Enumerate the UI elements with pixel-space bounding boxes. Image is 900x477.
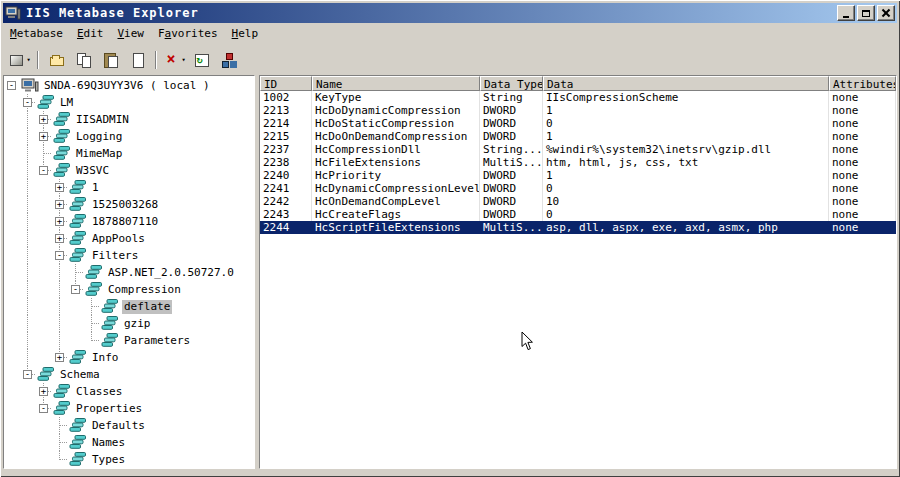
computer-icon [21,78,39,93]
tree-expand-toggle[interactable]: - [39,166,48,175]
delete-button[interactable]: ▾ [161,49,188,71]
cell-attributes: none [829,195,896,208]
copy-button[interactable] [70,49,97,71]
menu-view[interactable]: View [110,25,151,42]
menu-favorites[interactable]: Favorites [151,25,225,42]
tree-item-snda-69q3uyy3v6-local[interactable]: -SNDA-69Q3UYY3V6 ( local ) [4,77,254,94]
network-icon [221,52,237,68]
cell-name: HcCreateFlags [312,208,480,221]
tree-item-names[interactable]: Names [4,434,254,451]
minimize-button[interactable] [837,5,855,21]
tree-item-properties[interactable]: -Properties [4,400,254,417]
app-window: IIS Metabase Explorer MetabaseEditViewFa… [0,0,900,477]
connections-button[interactable] [215,49,242,71]
table-row-1002[interactable]: 1002KeyTypeStringIIsCompressionSchemenon… [260,91,896,104]
tree-item-compression[interactable]: -Compression [4,281,254,298]
cell-data: 0 [543,182,829,195]
metabase-icon [69,180,87,195]
column-header-name[interactable]: Name [312,76,480,91]
tree-item-asp-net-2-0-50727-0[interactable]: ASP.NET_2.0.50727.0 [4,264,254,281]
table-row-2237[interactable]: 2237HcCompressionDllString...%windir%\sy… [260,143,896,156]
metabase-icon [69,248,87,263]
tree-item-1[interactable]: +1 [4,179,254,196]
page-icon [130,52,146,68]
tree-item-defaults[interactable]: Defaults [4,417,254,434]
tree-indent-guide [4,349,20,366]
tree-expand-toggle[interactable]: + [55,353,64,362]
menu-edit[interactable]: Edit [70,25,111,42]
tree-indent-guide [52,264,68,281]
tree-item-types[interactable]: Types [4,451,254,468]
tree-expand-toggle[interactable]: + [55,217,64,226]
tree-indent-guide [68,315,84,332]
column-header-data[interactable]: Data [543,76,829,91]
new-key-button[interactable]: ▾ [6,49,33,71]
menu-metabase[interactable]: Metabase [3,25,70,42]
column-header-id[interactable]: ID [260,76,312,91]
tree-indent-guide [36,213,52,230]
tree-expand-toggle[interactable]: - [39,404,48,413]
tree-item-logging[interactable]: +Logging [4,128,254,145]
table-row-2241[interactable]: 2241HcDynamicCompressionLevelDWORD0none [260,182,896,195]
tree-expand-toggle[interactable]: - [71,285,80,294]
tree-expand-toggle[interactable]: + [55,183,64,192]
menu-help[interactable]: Help [225,25,266,42]
tree-item-1878807110[interactable]: +1878807110 [4,213,254,230]
open-button[interactable] [43,49,70,71]
tree-indent-guide [36,281,52,298]
tree-indent-guide [36,315,52,332]
tree-item-info[interactable]: +Info [4,349,254,366]
tree-expand-toggle[interactable]: - [23,98,32,107]
cell-data: 1 [543,130,829,143]
tree-expand-toggle[interactable]: + [55,200,64,209]
table-row-2244[interactable]: 2244HcScriptFileExtensionsMultiS...asp, … [260,221,896,234]
table-row-2242[interactable]: 2242HcOnDemandCompLevelDWORD10none [260,195,896,208]
tree-item-deflate[interactable]: deflate [4,298,254,315]
table-row-2213[interactable]: 2213HcDoDynamicCompressionDWORD1none [260,104,896,117]
cell-data-type: DWORD [480,104,543,117]
tree-label: 1525003268 [90,198,160,212]
table-row-2243[interactable]: 2243HcCreateFlagsDWORD0none [260,208,896,221]
tree-item-lm[interactable]: -LM [4,94,254,111]
tree-item-1525003268[interactable]: +1525003268 [4,196,254,213]
tree-expand-toggle[interactable]: - [55,251,64,260]
close-button[interactable] [877,5,895,21]
tree-expand-toggle[interactable]: + [39,132,48,141]
maximize-button[interactable] [857,5,875,21]
tree-indent-guide [20,162,36,179]
tree-indent-guide [20,281,36,298]
table-row-2215[interactable]: 2215HcDoOnDemandCompressionDWORD1none [260,130,896,143]
cell-data-type: DWORD [480,169,543,182]
table-row-2238[interactable]: 2238HcFileExtensionsMultiS...htm, html, … [260,156,896,169]
tree-expand-toggle[interactable]: - [23,370,32,379]
tree-item-w3svc[interactable]: -W3SVC [4,162,254,179]
tree-expand-toggle[interactable]: + [39,115,48,124]
refresh-button[interactable] [188,49,215,71]
edit-record-button[interactable] [124,49,151,71]
tree-item-mimemap[interactable]: MimeMap [4,145,254,162]
tree-item-iisadmin[interactable]: +IISADMIN [4,111,254,128]
tree-item-filters[interactable]: -Filters [4,247,254,264]
tree-item-apppools[interactable]: +AppPools [4,230,254,247]
cell-id: 2243 [260,208,312,221]
tree-expand-toggle[interactable]: + [55,234,64,243]
tree-indent-guide [4,128,20,145]
tree-expand-toggle[interactable]: - [7,81,16,90]
metabase-icon [69,231,87,246]
column-header-attributes[interactable]: Attributes [829,76,896,91]
cell-id: 2214 [260,117,312,130]
tree-item-classes[interactable]: +Classes [4,383,254,400]
tree-item-gzip[interactable]: gzip [4,315,254,332]
new-key-icon [8,52,24,68]
paste-button[interactable] [97,49,124,71]
table-row-2214[interactable]: 2214HcDoStaticCompressionDWORD0none [260,117,896,130]
tree-connector: - [52,247,68,264]
tree-item-schema[interactable]: -Schema [4,366,254,383]
table-row-2240[interactable]: 2240HcPriorityDWORD1none [260,169,896,182]
cell-id: 2238 [260,156,312,169]
cell-id: 2242 [260,195,312,208]
tree-item-parameters[interactable]: Parameters [4,332,254,349]
tree-expand-toggle[interactable]: + [39,387,48,396]
column-header-data-type[interactable]: Data Type [480,76,543,91]
cell-id: 2240 [260,169,312,182]
